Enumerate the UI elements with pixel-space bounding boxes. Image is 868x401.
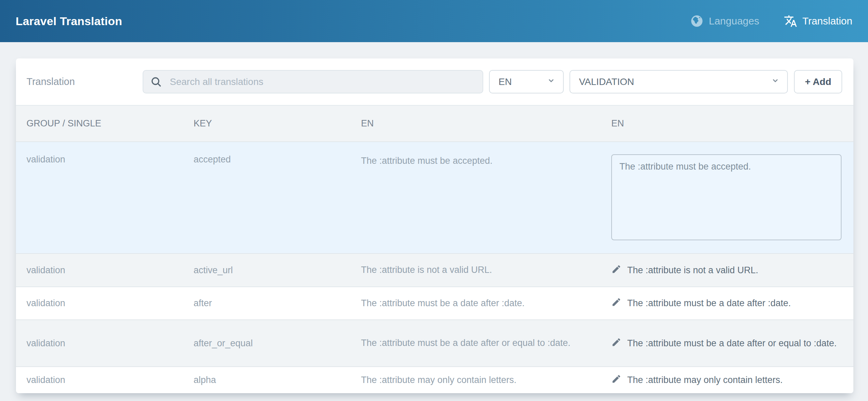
cell-key: after [194,298,361,309]
translation-edit-textarea[interactable]: The :attribute must be accepted. [611,154,842,240]
cell-translation-editing: The :attribute must be accepted. [611,154,842,243]
cell-translation[interactable]: The :attribute must be a date after :dat… [611,297,842,310]
edit-pencil-icon[interactable] [611,374,621,386]
table-row: validation after The :attribute must be … [16,286,853,319]
column-header-key: KEY [194,118,361,129]
table-row: validation accepted The :attribute must … [16,141,853,253]
cell-key: after_or_equal [194,338,361,349]
edit-pencil-icon[interactable] [611,264,621,277]
locale-select[interactable]: EN [489,70,564,93]
cell-source: The :attribute must be a date after :dat… [361,297,611,310]
column-header-group: GROUP / SINGLE [26,118,194,129]
table-row: validation alpha The :attribute may only… [16,366,853,393]
translate-icon [784,14,797,28]
translation-text: The :attribute must be a date after :dat… [627,298,791,309]
chevron-down-icon [771,76,780,87]
app-header: Laravel Translation Languages Translatio… [0,0,868,42]
toolbar: Translation EN VALIDATION [16,58,853,106]
cell-key: alpha [194,375,361,385]
cell-group: validation [26,154,194,165]
edit-pencil-icon[interactable] [611,297,621,310]
cell-source: The :attribute is not a valid URL. [361,263,611,277]
edit-pencil-icon[interactable] [611,337,621,350]
cell-translation[interactable]: The :attribute must be a date after or e… [611,337,842,350]
table-header: GROUP / SINGLE KEY EN EN [16,106,853,141]
translation-card: Translation EN VALIDATION [16,58,853,393]
app-title: Laravel Translation [16,15,122,28]
globe-icon [690,14,704,28]
cell-key: accepted [194,154,361,165]
locale-select-value: EN [499,76,512,87]
search-wrap [143,70,483,93]
column-header-source: EN [361,117,611,130]
cell-source: The :attribute must be accepted. [361,154,611,168]
cell-group: validation [26,265,194,276]
cell-group: validation [26,375,194,385]
search-input[interactable] [143,70,483,93]
toolbar-title: Translation [26,76,143,87]
header-nav: Languages Translation [690,14,852,28]
translation-text: The :attribute may only contain letters. [627,375,783,385]
translation-text: The :attribute must be a date after or e… [627,338,837,349]
cell-group: validation [26,298,194,309]
table-row: validation after_or_equal The :attribute… [16,319,853,366]
group-select[interactable]: VALIDATION [569,70,788,93]
nav-item-translation[interactable]: Translation [784,14,852,28]
cell-key: active_url [194,265,361,276]
cell-source: The :attribute must be a date after or e… [361,336,611,350]
cell-source: The :attribute may only contain letters. [361,373,611,387]
cell-translation[interactable]: The :attribute may only contain letters. [611,374,842,386]
column-header-target: EN [611,118,842,129]
translation-text: The :attribute is not a valid URL. [627,265,758,276]
nav-item-label: Translation [802,15,852,27]
nav-item-languages[interactable]: Languages [690,14,759,28]
group-select-value: VALIDATION [579,76,634,87]
add-button[interactable]: + Add [794,70,842,93]
table-row: validation active_url The :attribute is … [16,253,853,286]
cell-group: validation [26,338,194,349]
cell-translation[interactable]: The :attribute is not a valid URL. [611,264,842,277]
nav-item-label: Languages [709,15,759,27]
chevron-down-icon [547,76,556,87]
